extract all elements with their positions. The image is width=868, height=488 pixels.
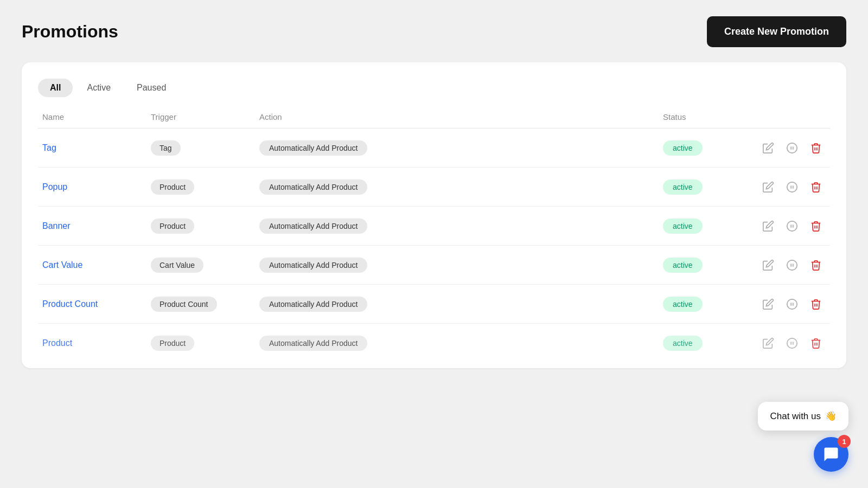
edit-icon[interactable] bbox=[761, 179, 776, 195]
promotion-link-cart-value[interactable]: Cart Value bbox=[42, 260, 82, 269]
promotion-link-product[interactable]: Product bbox=[42, 338, 72, 348]
trigger-badge: Cart Value bbox=[151, 258, 203, 273]
pause-icon[interactable] bbox=[784, 179, 800, 195]
chat-notification-badge: 1 bbox=[838, 435, 851, 448]
row-status: active bbox=[663, 258, 761, 273]
chat-widget: Chat with us 👋 1 bbox=[758, 402, 848, 472]
page-header: Promotions Create New Promotion bbox=[22, 16, 846, 47]
promotion-link-banner[interactable]: Banner bbox=[42, 221, 71, 230]
edit-icon[interactable] bbox=[761, 219, 776, 234]
row-action: Automatically Add Product bbox=[259, 179, 663, 195]
row-trigger: Product bbox=[151, 179, 259, 195]
trigger-badge: Product Count bbox=[151, 297, 217, 312]
col-actions bbox=[761, 112, 826, 121]
row-status: active bbox=[663, 297, 761, 312]
row-status: active bbox=[663, 179, 761, 195]
svg-point-3 bbox=[787, 182, 797, 191]
row-name: Cart Value bbox=[42, 260, 151, 270]
row-action: Automatically Add Product bbox=[259, 140, 663, 156]
filter-tabs: All Active Paused bbox=[38, 79, 830, 97]
delete-icon[interactable] bbox=[808, 179, 824, 195]
action-badge: Automatically Add Product bbox=[259, 219, 367, 234]
promotion-link-tag[interactable]: Tag bbox=[42, 143, 56, 152]
svg-point-0 bbox=[787, 143, 797, 152]
table-row: Cart Value Cart Value Automatically Add … bbox=[38, 246, 830, 285]
table-row: Product Product Automatically Add Produc… bbox=[38, 324, 830, 363]
chat-tooltip: Chat with us 👋 bbox=[758, 402, 848, 431]
tab-all[interactable]: All bbox=[38, 79, 73, 97]
table-row: Popup Product Automatically Add Product … bbox=[38, 168, 830, 207]
promotion-link-popup[interactable]: Popup bbox=[42, 182, 67, 191]
row-trigger: Product bbox=[151, 219, 259, 234]
action-badge: Automatically Add Product bbox=[259, 258, 367, 273]
edit-icon[interactable] bbox=[761, 297, 776, 312]
delete-icon[interactable] bbox=[808, 219, 824, 234]
row-action: Automatically Add Product bbox=[259, 258, 663, 273]
row-name: Product Count bbox=[42, 299, 151, 309]
tab-active[interactable]: Active bbox=[75, 79, 123, 97]
row-name: Product bbox=[42, 338, 151, 348]
row-actions bbox=[761, 258, 826, 273]
row-trigger: Cart Value bbox=[151, 258, 259, 273]
status-badge: active bbox=[663, 258, 703, 273]
row-action: Automatically Add Product bbox=[259, 219, 663, 234]
svg-point-15 bbox=[787, 338, 797, 348]
status-badge: active bbox=[663, 219, 703, 234]
svg-point-9 bbox=[787, 260, 797, 269]
trigger-badge: Product bbox=[151, 219, 194, 234]
delete-icon[interactable] bbox=[808, 258, 824, 273]
edit-icon[interactable] bbox=[761, 336, 776, 351]
edit-icon[interactable] bbox=[761, 258, 776, 273]
status-badge: active bbox=[663, 297, 703, 312]
row-actions bbox=[761, 219, 826, 234]
row-actions bbox=[761, 140, 826, 156]
status-badge: active bbox=[663, 336, 703, 351]
table-row: Banner Product Automatically Add Product… bbox=[38, 207, 830, 246]
row-name: Tag bbox=[42, 143, 151, 153]
table-row: Product Count Product Count Automaticall… bbox=[38, 285, 830, 324]
pause-icon[interactable] bbox=[784, 219, 800, 234]
svg-point-6 bbox=[787, 221, 797, 230]
pause-icon[interactable] bbox=[784, 140, 800, 156]
col-name: Name bbox=[42, 112, 151, 121]
chat-tooltip-text: Chat with us bbox=[770, 411, 821, 422]
tab-paused[interactable]: Paused bbox=[125, 79, 178, 97]
promotion-link-product-count[interactable]: Product Count bbox=[42, 299, 98, 309]
action-badge: Automatically Add Product bbox=[259, 140, 367, 156]
status-badge: active bbox=[663, 179, 703, 195]
pause-icon[interactable] bbox=[784, 336, 800, 351]
page-wrapper: Promotions Create New Promotion All Acti… bbox=[0, 0, 868, 488]
row-actions bbox=[761, 297, 826, 312]
edit-icon[interactable] bbox=[761, 140, 776, 156]
action-badge: Automatically Add Product bbox=[259, 336, 367, 351]
table-row: Tag Tag Automatically Add Product active bbox=[38, 129, 830, 168]
pause-icon[interactable] bbox=[784, 258, 800, 273]
row-actions bbox=[761, 336, 826, 351]
row-action: Automatically Add Product bbox=[259, 336, 663, 351]
row-name: Banner bbox=[42, 221, 151, 231]
row-name: Popup bbox=[42, 182, 151, 192]
row-status: active bbox=[663, 336, 761, 351]
chat-wave-emoji: 👋 bbox=[825, 410, 837, 422]
pause-icon[interactable] bbox=[784, 297, 800, 312]
create-promotion-button[interactable]: Create New Promotion bbox=[707, 16, 846, 47]
delete-icon[interactable] bbox=[808, 297, 824, 312]
delete-icon[interactable] bbox=[808, 336, 824, 351]
status-badge: active bbox=[663, 140, 703, 156]
row-status: active bbox=[663, 140, 761, 156]
promotions-table-card: All Active Paused Name Trigger Action St… bbox=[22, 62, 846, 368]
col-status: Status bbox=[663, 112, 761, 121]
col-trigger: Trigger bbox=[151, 112, 259, 121]
delete-icon[interactable] bbox=[808, 140, 824, 156]
trigger-badge: Product bbox=[151, 179, 194, 195]
row-actions bbox=[761, 179, 826, 195]
svg-point-12 bbox=[787, 299, 797, 309]
trigger-badge: Product bbox=[151, 336, 194, 351]
col-action: Action bbox=[259, 112, 663, 121]
row-trigger: Product Count bbox=[151, 297, 259, 312]
page-title: Promotions bbox=[22, 22, 118, 42]
chat-button-wrapper: 1 bbox=[814, 437, 848, 472]
trigger-badge: Tag bbox=[151, 140, 181, 156]
row-trigger: Tag bbox=[151, 140, 259, 156]
action-badge: Automatically Add Product bbox=[259, 297, 367, 312]
